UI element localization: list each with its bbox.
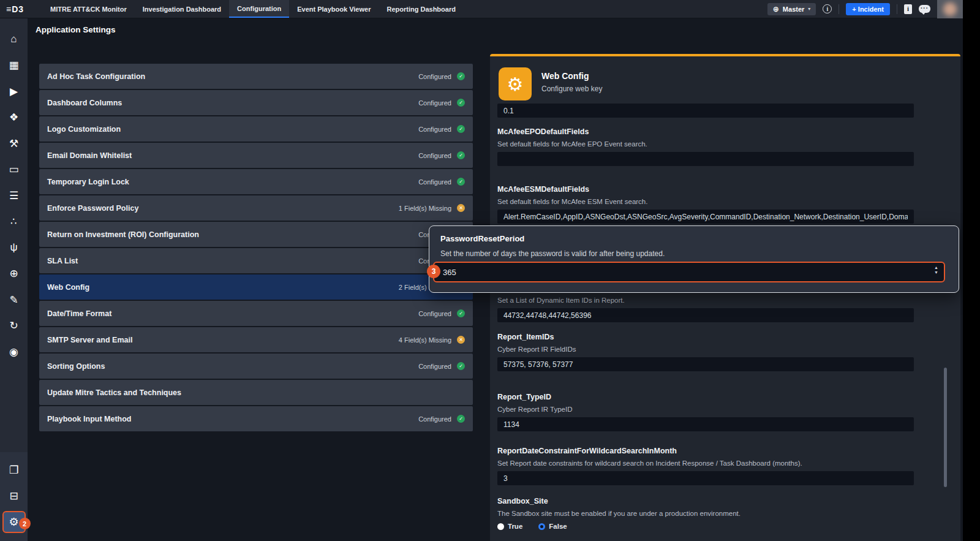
- playbook-viewer-icon[interactable]: ▶: [0, 78, 28, 105]
- spinner-up-icon[interactable]: ▲: [934, 265, 938, 270]
- field-label: McAfeeESMDefaultFields: [497, 185, 914, 194]
- tab-reporting-dashboard[interactable]: Reporting Dashboard: [379, 0, 463, 18]
- mcafee-esm-input[interactable]: [497, 210, 914, 224]
- config-item-web-config[interactable]: Web Config 2 Field(s) Missing ✕: [39, 274, 473, 300]
- config-item-roi-configuration[interactable]: Return on Investment (ROI) Configuration…: [39, 222, 473, 247]
- number-stepper[interactable]: ▲ ▼: [934, 265, 938, 274]
- field-description: Set Report date constraints for wildcard…: [497, 460, 914, 467]
- web-config-panel: ⚙ Web Config Configure web key McAfeeEPO…: [490, 54, 960, 541]
- config-item-status: Configured: [418, 99, 451, 107]
- config-item-update-mitre-tactics[interactable]: Update Mitre Tactics and Techniques: [39, 380, 473, 405]
- info-icon[interactable]: i: [823, 4, 832, 13]
- field-description: The Sandbox site must be enabled if you …: [497, 510, 914, 517]
- password-reset-period-input[interactable]: [443, 263, 908, 281]
- app-root: ≡D3 MITRE ATT&CK Monitor Investigation D…: [0, 0, 980, 541]
- fingerprint-icon[interactable]: ◉: [0, 339, 28, 365]
- field-description: Cyber Report IR TypeID: [497, 406, 914, 413]
- site-selector[interactable]: ⊕ Master ▾: [767, 3, 816, 15]
- config-item-enforce-password-policy[interactable]: Enforce Password Policy 1 Field(s) Missi…: [39, 195, 473, 221]
- password-reset-input-wrap: ▲ ▼: [433, 262, 945, 282]
- dynamic-item-ids-input[interactable]: [497, 308, 914, 322]
- link-analysis-icon[interactable]: ∴: [0, 209, 28, 235]
- field-mcafee-epo: McAfeeEPODefaultFields Set default field…: [497, 127, 914, 166]
- tab-configuration[interactable]: Configuration: [229, 0, 289, 18]
- report-edit-icon[interactable]: ✎: [0, 287, 28, 313]
- mcafee-epo-input[interactable]: [497, 152, 914, 166]
- config-item-sorting-options[interactable]: Sorting Options Configured ✓: [39, 354, 473, 379]
- integrations-icon[interactable]: ❖: [0, 105, 28, 131]
- tab-mitre-attck-monitor[interactable]: MITRE ATT&CK Monitor: [42, 0, 135, 18]
- config-item-email-domain-whitelist[interactable]: Email Domain Whitelist Configured ✓: [39, 143, 473, 168]
- status-ok-icon: ✓: [457, 151, 465, 159]
- config-item-sla-list[interactable]: SLA List Configured ✓: [39, 248, 473, 273]
- config-item-temporary-login-lock[interactable]: Temporary Login Lock Configured ✓: [39, 169, 473, 194]
- document-icon[interactable]: [904, 4, 912, 14]
- copy-pages-icon[interactable]: ❐: [0, 457, 28, 483]
- step-3-badge: 3: [427, 265, 440, 278]
- status-ok-icon: ✓: [457, 178, 465, 186]
- radio-true-label: True: [508, 523, 522, 530]
- gear-icon: ⚙: [507, 74, 524, 95]
- field-label: ReportDateConstraintForWildcardSearchInM…: [497, 447, 914, 455]
- config-item-status: Configured: [418, 126, 451, 133]
- config-item-status: Configured: [418, 310, 451, 317]
- tab-event-playbook-viewer[interactable]: Event Playbook Viewer: [289, 0, 379, 18]
- sync-icon[interactable]: ↻: [0, 313, 28, 339]
- spinner-down-icon[interactable]: ▼: [934, 270, 938, 274]
- config-item-label: Web Config: [47, 283, 399, 292]
- config-item-label: Date/Time Format: [47, 309, 418, 318]
- report-itemids-input[interactable]: [497, 357, 914, 371]
- unlabeled-input[interactable]: [497, 104, 914, 118]
- top-nav: ≡D3 MITRE ATT&CK Monitor Investigation D…: [0, 0, 963, 18]
- broadcast-icon[interactable]: ψ: [0, 235, 28, 261]
- config-item-ad-hoc-task[interactable]: Ad Hoc Task Configuration Configured ✓: [39, 64, 473, 89]
- field-report-itemids: Report_ItemIDs Cyber Report IR FieldIDs: [497, 333, 914, 371]
- database-icon[interactable]: ☰: [0, 183, 28, 209]
- nav-tabs: MITRE ATT&CK Monitor Investigation Dashb…: [42, 0, 464, 18]
- settings-gear-button[interactable]: ⚙ 2: [2, 511, 26, 533]
- globe-report-icon[interactable]: ⊕: [0, 261, 28, 287]
- status-ok-icon: ✓: [457, 415, 465, 423]
- config-category-list: Ad Hoc Task Configuration Configured ✓ D…: [39, 64, 473, 431]
- sidebar-top-icons: ⌂ ▦ ▶ ❖ ⚒ ▭ ☰ ∴ ψ ⊕ ✎ ↻ ◉: [0, 18, 28, 365]
- calendar-play-icon[interactable]: ▦: [0, 53, 28, 79]
- config-item-label: Ad Hoc Task Configuration: [47, 72, 418, 81]
- status-ok-icon: ✓: [457, 362, 465, 370]
- field-description: Set default fields for McAfee ESM Event …: [497, 198, 914, 205]
- config-item-label: Temporary Login Lock: [47, 178, 418, 186]
- config-item-label: Playbook Input Method: [47, 415, 418, 423]
- tab-investigation-dashboard[interactable]: Investigation Dashboard: [135, 0, 229, 18]
- config-item-status: Configured: [418, 363, 451, 370]
- config-item-label: Email Domain Whitelist: [47, 151, 418, 160]
- config-item-date-time-format[interactable]: Date/Time Format Configured ✓: [39, 301, 473, 326]
- config-item-status: Configured: [418, 73, 451, 80]
- home-icon[interactable]: ⌂: [0, 26, 28, 53]
- field-label: McAfeeEPODefaultFields: [497, 127, 914, 136]
- field-description: Set a List of Dynamic Item IDs in Report…: [497, 297, 914, 304]
- new-incident-button[interactable]: + Incident: [846, 3, 890, 15]
- report-typeid-input[interactable]: [497, 417, 914, 431]
- avatar[interactable]: [937, 0, 963, 18]
- config-item-label: SLA List: [47, 257, 418, 265]
- utilities-icon[interactable]: ⚒: [0, 131, 28, 157]
- settings-step-badge: 2: [19, 518, 31, 529]
- status-warn-icon: ✕: [457, 336, 465, 344]
- popup-description: Set the number of days the password is v…: [440, 249, 665, 258]
- window-icon[interactable]: ▭: [0, 157, 28, 183]
- status-ok-icon: ✓: [457, 125, 465, 133]
- config-item-playbook-input-method[interactable]: Playbook Input Method Configured ✓: [39, 406, 473, 431]
- status-ok-icon: ✓: [457, 99, 465, 107]
- panel-scrollbar[interactable]: [944, 368, 947, 487]
- chat-icon[interactable]: [919, 5, 930, 13]
- config-item-dashboard-columns[interactable]: Dashboard Columns Configured ✓: [39, 90, 473, 115]
- field-sandbox-site: Sandbox_Site The Sandbox site must be en…: [497, 497, 914, 530]
- report-date-constraint-input[interactable]: [497, 471, 914, 485]
- radio-true[interactable]: True: [497, 523, 522, 530]
- config-item-smtp-server-email[interactable]: SMTP Server and Email 4 Field(s) Missing…: [39, 327, 473, 352]
- popup-title: PasswordResetPeriod: [440, 234, 524, 243]
- config-item-logo-customization[interactable]: Logo Customization Configured ✓: [39, 116, 473, 142]
- folder-user-icon[interactable]: ⊟: [0, 483, 28, 510]
- globe-icon: ⊕: [773, 6, 779, 13]
- radio-false[interactable]: False: [538, 523, 567, 530]
- password-reset-period-popup: PasswordResetPeriod Set the number of da…: [429, 225, 959, 293]
